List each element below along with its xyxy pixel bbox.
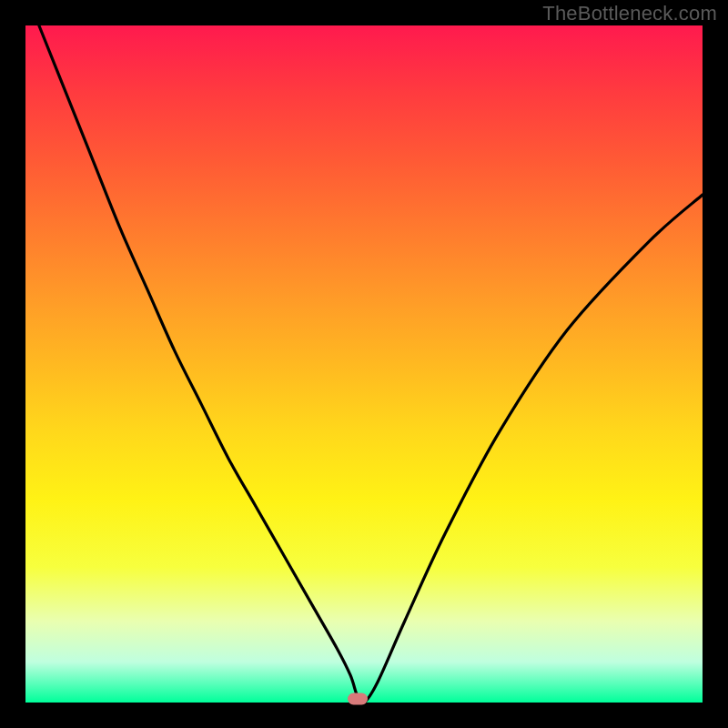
watermark-text: TheBottleneck.com (542, 2, 717, 25)
optimal-marker (348, 693, 368, 705)
chart-frame: TheBottleneck.com (0, 0, 728, 728)
plot-area (25, 25, 703, 703)
bottleneck-curve (25, 25, 703, 703)
